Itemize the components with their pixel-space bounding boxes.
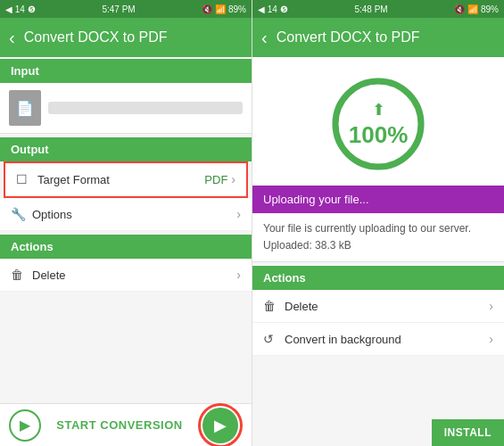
file-name-bar bbox=[48, 102, 243, 114]
right-status-left: ◀ 14 ❺ bbox=[258, 4, 288, 14]
right-delete-icon: 🗑 bbox=[263, 299, 285, 313]
options-item[interactable]: 🔧 Options › bbox=[0, 198, 252, 231]
right-status-bar: ◀ 14 ❺ 5:48 PM 🔇 📶 89% bbox=[252, 0, 504, 18]
upload-status-bar: Uploading your file... bbox=[252, 186, 504, 213]
options-chevron: › bbox=[236, 207, 241, 221]
right-delete-item[interactable]: 🗑 Delete › bbox=[252, 290, 504, 323]
start-btn-icon[interactable]: ▶ bbox=[9, 409, 41, 442]
left-actions-section: Actions 🗑 Delete › bbox=[0, 233, 252, 292]
target-format-value: PDF bbox=[204, 173, 227, 186]
left-status-left: ◀ 14 ❺ bbox=[5, 4, 36, 14]
convert-bg-item[interactable]: ↺ Convert in background › bbox=[252, 323, 504, 356]
options-icon: 🔧 bbox=[11, 207, 32, 221]
left-status-right: 🔇 📶 89% bbox=[202, 4, 246, 14]
left-app-bar: ‹ Convert DOCX to PDF bbox=[0, 18, 252, 57]
upload-size: Uploaded: 38.3 kB bbox=[263, 237, 493, 254]
right-panel: ◀ 14 ❺ 5:48 PM 🔇 📶 89% ‹ Convert DOCX to… bbox=[252, 0, 504, 446]
upload-info: Your file is currently uploading to our … bbox=[252, 213, 504, 262]
left-bottom-bar: ▶ START CONVERSION ▶ bbox=[0, 403, 252, 446]
right-delete-label: Delete bbox=[285, 300, 489, 313]
output-section: Output ☐ Target Format PDF › 🔧 Options › bbox=[0, 136, 252, 231]
right-actions-header: Actions bbox=[252, 266, 504, 290]
right-back-button[interactable]: ‹ bbox=[261, 28, 268, 48]
right-app-title: Convert DOCX to PDF bbox=[277, 29, 495, 45]
output-highlight-box: ☐ Target Format PDF › bbox=[4, 161, 248, 198]
convert-bg-label: Convert in background bbox=[285, 333, 489, 346]
start-btn-label[interactable]: START CONVERSION bbox=[56, 418, 182, 432]
upload-description: Your file is currently uploading to our … bbox=[263, 220, 493, 237]
options-label: Options bbox=[32, 208, 236, 221]
right-actions-section: Actions 🗑 Delete › ↺ Convert in backgrou… bbox=[252, 264, 504, 356]
left-delete-icon: 🗑 bbox=[11, 268, 32, 282]
target-format-item[interactable]: ☐ Target Format PDF › bbox=[5, 163, 246, 196]
progress-area: ⬆ 100% bbox=[252, 57, 504, 186]
right-app-bar: ‹ Convert DOCX to PDF bbox=[252, 18, 504, 57]
target-format-icon: ☐ bbox=[16, 172, 37, 186]
left-app-title: Convert DOCX to PDF bbox=[24, 29, 243, 45]
play-button[interactable]: ▶ bbox=[202, 408, 238, 443]
right-status-right: 🔇 📶 89% bbox=[454, 4, 499, 14]
left-back-button[interactable]: ‹ bbox=[9, 28, 15, 48]
right-delete-chevron: › bbox=[489, 299, 493, 313]
input-section-content: 📄 bbox=[0, 83, 252, 134]
file-icon: 📄 bbox=[9, 90, 41, 126]
output-section-header: Output bbox=[0, 137, 252, 161]
convert-bg-chevron: › bbox=[489, 332, 493, 346]
left-delete-label: Delete bbox=[32, 268, 236, 282]
right-status-time: 5:48 PM bbox=[354, 4, 387, 14]
convert-bg-icon: ↺ bbox=[263, 332, 285, 346]
circle-progress: ⬆ 100% bbox=[329, 75, 427, 173]
install-banner[interactable]: INSTALL bbox=[432, 419, 504, 446]
left-panel: ◀ 14 ❺ 5:47 PM 🔇 📶 89% ‹ Convert DOCX to… bbox=[0, 0, 252, 446]
left-status-bar: ◀ 14 ❺ 5:47 PM 🔇 📶 89% bbox=[0, 0, 252, 18]
left-delete-chevron: › bbox=[236, 268, 241, 282]
target-format-label: Target Format bbox=[37, 173, 204, 186]
target-format-chevron: › bbox=[231, 172, 235, 186]
input-section-header: Input bbox=[0, 59, 252, 83]
circle-percent: 100% bbox=[349, 121, 409, 149]
left-status-time: 5:47 PM bbox=[102, 4, 135, 14]
play-btn-highlight: ▶ bbox=[198, 403, 243, 447]
left-delete-item[interactable]: 🗑 Delete › bbox=[0, 259, 252, 292]
left-actions-header: Actions bbox=[0, 235, 252, 259]
